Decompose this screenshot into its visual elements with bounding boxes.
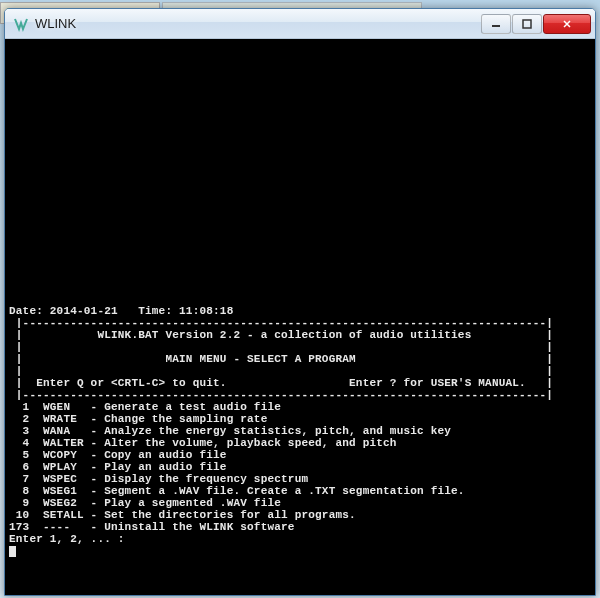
window-controls [481, 14, 591, 34]
terminal-border: | | [9, 341, 591, 353]
terminal-date-line: Date: 2014-01-21 Time: 11:08:18 [9, 305, 591, 317]
terminal-menu-item: 10 SETALL - Set the directories for all … [9, 509, 591, 521]
terminal-blank-line [9, 197, 591, 209]
terminal-menu-item: 5 WCOPY - Copy an audio file [9, 449, 591, 461]
terminal-menu-item: 2 WRATE - Change the sampling rate [9, 413, 591, 425]
terminal-menu-item: 6 WPLAY - Play an audio file [9, 461, 591, 473]
terminal-blank-line [9, 173, 591, 185]
terminal-blank-line [9, 281, 591, 293]
terminal-blank-line [9, 269, 591, 281]
terminal-blank-line [9, 137, 591, 149]
maximize-button[interactable] [512, 14, 542, 34]
terminal-output: Date: 2014-01-21 Time: 11:08:18 |-------… [5, 39, 595, 559]
terminal-cursor-line[interactable] [9, 545, 591, 557]
terminal-blank-line [9, 149, 591, 161]
svg-rect-0 [492, 25, 500, 27]
terminal-blank-line [9, 65, 591, 77]
terminal-blank-line [9, 185, 591, 197]
terminal-blank-line [9, 41, 591, 53]
titlebar[interactable]: WLINK [5, 9, 595, 39]
terminal-blank-line [9, 209, 591, 221]
terminal-blank-line [9, 161, 591, 173]
minimize-icon [491, 19, 501, 29]
terminal-menu-item: 8 WSEG1 - Segment a .WAV file. Create a … [9, 485, 591, 497]
terminal-menu-item: 7 WSPEC - Display the frequency spectrum [9, 473, 591, 485]
terminal-menu-item: 9 WSEG2 - Play a segmented .WAV file [9, 497, 591, 509]
terminal-menu-item: 3 WANA - Analyze the energy statistics, … [9, 425, 591, 437]
terminal-help-line: | Enter Q or <CRTL-C> to quit. Enter ? f… [9, 377, 591, 389]
terminal-blank-line [9, 221, 591, 233]
terminal-blank-line [9, 53, 591, 65]
minimize-button[interactable] [481, 14, 511, 34]
terminal-blank-line [9, 101, 591, 113]
terminal-blank-line [9, 257, 591, 269]
terminal-area[interactable]: Date: 2014-01-21 Time: 11:08:18 |-------… [5, 39, 595, 595]
svg-rect-1 [523, 20, 531, 28]
window-title: WLINK [35, 16, 481, 31]
app-logo-icon [13, 16, 29, 32]
cursor [9, 546, 16, 557]
terminal-blank-line [9, 77, 591, 89]
terminal-blank-line [9, 113, 591, 125]
terminal-menu-item: 1 WGEN - Generate a test audio file [9, 401, 591, 413]
terminal-blank-line [9, 233, 591, 245]
terminal-border: |---------------------------------------… [9, 389, 591, 401]
terminal-menu-header: | MAIN MENU - SELECT A PROGRAM | [9, 353, 591, 365]
terminal-menu-item: 4 WALTER - Alter the volume, playback sp… [9, 437, 591, 449]
terminal-blank-line [9, 245, 591, 257]
terminal-menu-item: 173 ---- - Uninstall the WLINK software [9, 521, 591, 533]
terminal-border: |---------------------------------------… [9, 317, 591, 329]
terminal-blank-line [9, 293, 591, 305]
terminal-version-line: | WLINK.BAT Version 2.2 - a collection o… [9, 329, 591, 341]
close-icon [562, 19, 572, 29]
terminal-blank-line [9, 89, 591, 101]
main-window: WLINK Date: 2014-01-21 Time: 11:08:18 |-… [4, 8, 596, 596]
terminal-prompt: Enter 1, 2, ... : [9, 533, 591, 545]
terminal-border: | | [9, 365, 591, 377]
close-button[interactable] [543, 14, 591, 34]
maximize-icon [522, 19, 532, 29]
terminal-blank-line [9, 125, 591, 137]
